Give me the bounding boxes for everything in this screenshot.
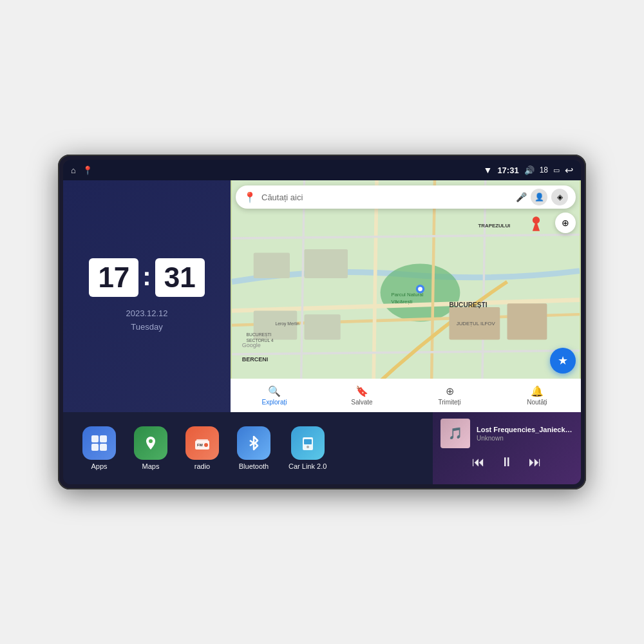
device-frame: ⌂ 📍 ▼ 17:31 🔊 18 ▭ ↩ 17 : (58, 155, 586, 489)
app-item-apps[interactable]: Apps (76, 422, 122, 474)
map-background: Google BUCUREȘTI JUDEȚUL ILFOV TRAPEZULU… (231, 180, 581, 412)
svg-rect-3 (305, 314, 341, 339)
svg-text:JUDEȚUL ILFOV: JUDEȚUL ILFOV (457, 321, 496, 327)
apps-icon (82, 426, 116, 460)
app-item-carlink[interactable]: Car Link 2.0 (282, 422, 333, 474)
svg-rect-25 (100, 444, 107, 451)
map-search-action-icons: 🎤 👤 ◈ (516, 189, 568, 205)
svg-text:BERCENI: BERCENI (242, 356, 269, 363)
map-nav-share[interactable]: ⊕ Trimiteți (406, 385, 493, 406)
news-icon: 🔔 (531, 385, 544, 397)
map-nav-saved[interactable]: 🔖 Salvate (318, 385, 406, 406)
status-time: 17:31 (497, 166, 518, 175)
svg-rect-5 (507, 303, 547, 339)
svg-text:FM: FM (197, 443, 203, 447)
map-panel[interactable]: Google BUCUREȘTI JUDEȚUL ILFOV TRAPEZULU… (231, 180, 581, 412)
main-content: 17 : 31 2023.12.12 Tuesday (63, 180, 581, 484)
map-nav-explore[interactable]: 🔍 Explorați (231, 385, 318, 406)
home-icon[interactable]: ⌂ (71, 166, 76, 175)
map-nav-news[interactable]: 🔔 Noutăți (493, 385, 581, 406)
svg-rect-6 (254, 253, 290, 278)
app-item-radio[interactable]: FM radio (179, 422, 225, 474)
clock-hours: 17 (89, 258, 138, 297)
status-right-icons: ▼ 17:31 🔊 18 ▭ ↩ (484, 164, 573, 176)
map-nav-explore-label: Explorați (262, 399, 287, 406)
music-info: 🎵 Lost Frequencies_Janieck Devy-... Unkn… (440, 419, 573, 448)
google-maps-pin-icon: 📍 (243, 191, 256, 204)
svg-text:Văcărești: Văcărești (392, 299, 413, 305)
map-search-placeholder[interactable]: Căutați aici (261, 193, 511, 202)
svg-rect-7 (305, 249, 348, 278)
svg-point-21 (533, 216, 540, 223)
clock-minutes: 31 (155, 258, 205, 297)
map-navigate-fab[interactable]: ★ (550, 348, 576, 374)
map-search-bar[interactable]: 📍 Căutați aici 🎤 👤 ◈ (236, 185, 576, 209)
clock-display: 17 : 31 (89, 258, 204, 297)
music-controls: ⏮ ⏸ ⏭ (440, 455, 573, 469)
svg-rect-22 (91, 435, 99, 442)
music-prev-button[interactable]: ⏮ (472, 455, 485, 469)
svg-rect-24 (91, 444, 99, 451)
clock-panel: 17 : 31 2023.12.12 Tuesday (63, 180, 231, 412)
bottom-section: Apps Maps (63, 412, 581, 484)
app-item-bluetooth[interactable]: Bluetooth (231, 422, 277, 474)
music-text: Lost Frequencies_Janieck Devy-... Unknow… (477, 426, 573, 442)
battery-level: 18 (540, 166, 548, 175)
svg-text:SECTORUL 4: SECTORUL 4 (247, 338, 274, 343)
bluetooth-label: Bluetooth (239, 462, 269, 470)
back-button[interactable]: ↩ (565, 164, 573, 176)
svg-point-28 (204, 443, 208, 447)
music-play-pause-button[interactable]: ⏸ (500, 455, 513, 469)
music-next-button[interactable]: ⏭ (529, 455, 542, 469)
share-icon: ⊕ (446, 385, 454, 397)
svg-text:Google: Google (242, 342, 261, 348)
svg-point-19 (418, 287, 422, 291)
status-left-icons: ⌂ 📍 (71, 166, 93, 175)
svg-point-33 (307, 446, 309, 448)
explore-icon: 🔍 (268, 385, 281, 397)
app-item-maps[interactable]: Maps (128, 422, 174, 474)
voice-search-icon[interactable]: 🎤 (516, 192, 527, 202)
music-panel: 🎵 Lost Frequencies_Janieck Devy-... Unkn… (433, 412, 581, 484)
layers-icon[interactable]: ◈ (551, 189, 568, 205)
svg-rect-32 (304, 439, 312, 444)
user-avatar[interactable]: 👤 (531, 189, 547, 205)
apps-panel: Apps Maps (63, 412, 433, 484)
svg-rect-29 (196, 439, 208, 441)
map-side-controls: ⊕ (555, 213, 576, 233)
svg-text:BUCUREȘTI: BUCUREȘTI (247, 332, 272, 337)
saved-icon: 🔖 (355, 385, 368, 397)
maps-icon (134, 426, 167, 460)
radio-label: radio (194, 462, 210, 470)
map-bottom-nav: 🔍 Explorați 🔖 Salvate ⊕ Trimiteți 🔔 (231, 379, 581, 412)
radio-icon: FM (185, 426, 219, 460)
svg-rect-23 (100, 435, 107, 442)
svg-text:TRAPEZULUI: TRAPEZULUI (478, 223, 511, 229)
svg-text:BUCUREȘTI: BUCUREȘTI (450, 301, 488, 308)
battery-icon: ▭ (553, 166, 560, 175)
map-nav-news-label: Noutăți (527, 399, 547, 406)
maps-status-icon[interactable]: 📍 (82, 166, 93, 175)
top-section: 17 : 31 2023.12.12 Tuesday (63, 180, 581, 412)
bluetooth-icon (237, 426, 270, 460)
carlink-label: Car Link 2.0 (289, 462, 327, 470)
clock-colon: : (142, 262, 151, 291)
music-title: Lost Frequencies_Janieck Devy-... (477, 426, 573, 433)
clock-date: 2023.12.12 Tuesday (126, 307, 167, 334)
map-nav-saved-label: Salvate (351, 399, 372, 406)
music-thumbnail: 🎵 (440, 419, 470, 448)
compass-button[interactable]: ⊕ (555, 213, 576, 233)
status-bar: ⌂ 📍 ▼ 17:31 🔊 18 ▭ ↩ (63, 160, 581, 180)
map-nav-share-label: Trimiteți (438, 399, 460, 406)
svg-text:Leroy Merlin: Leroy Merlin (276, 321, 299, 327)
maps-label: Maps (142, 462, 160, 470)
music-artist: Unknown (477, 435, 573, 442)
apps-label: Apps (91, 462, 107, 470)
signal-icon: ▼ (484, 165, 493, 175)
volume-icon: 🔊 (524, 166, 535, 175)
carlink-icon (291, 426, 325, 460)
device-screen: ⌂ 📍 ▼ 17:31 🔊 18 ▭ ↩ 17 : (63, 160, 581, 484)
svg-point-26 (149, 439, 153, 443)
